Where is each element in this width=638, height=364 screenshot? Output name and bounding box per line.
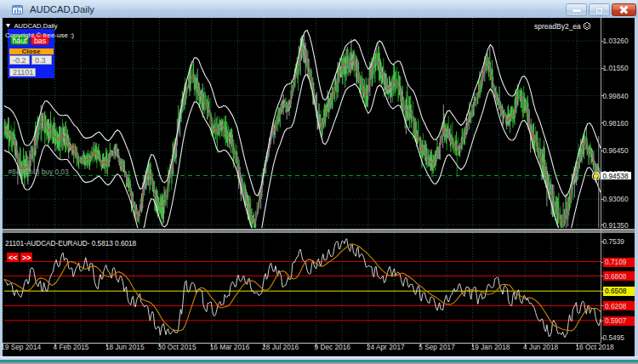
svg-text:0.7109: 0.7109 bbox=[605, 258, 627, 266]
svg-text:5 Sep 2017: 5 Sep 2017 bbox=[419, 343, 455, 351]
svg-text:0.94538: 0.94538 bbox=[603, 172, 629, 180]
svg-text:24 Apr 2017: 24 Apr 2017 bbox=[367, 343, 405, 351]
svg-text:spreadBy2_ea: spreadBy2_ea bbox=[534, 22, 581, 31]
svg-text:0.6808: 0.6808 bbox=[605, 272, 627, 281]
svg-text:21101-AUDCAD-EURAUD- 0.5813 0.: 21101-AUDCAD-EURAUD- 0.5813 0.6018 bbox=[5, 240, 137, 247]
svg-text:16 Oct 2018: 16 Oct 2018 bbox=[576, 343, 615, 351]
svg-text:1.03260: 1.03260 bbox=[603, 37, 629, 45]
svg-text:>>: >> bbox=[22, 253, 31, 262]
svg-text:1.01550: 1.01550 bbox=[603, 64, 629, 72]
svg-text:0.99840: 0.99840 bbox=[603, 92, 629, 100]
svg-text:18 Jun 2015: 18 Jun 2015 bbox=[105, 343, 145, 351]
svg-text:0.98160: 0.98160 bbox=[603, 119, 629, 128]
svg-text:0.96450: 0.96450 bbox=[603, 146, 629, 155]
svg-text:0.5495: 0.5495 bbox=[603, 333, 625, 342]
svg-text:0.93060: 0.93060 bbox=[603, 195, 629, 203]
svg-text:28 Jul 2016: 28 Jul 2016 bbox=[262, 343, 299, 351]
svg-text:<<: << bbox=[9, 253, 18, 262]
svg-text:9 Dec 2016: 9 Dec 2016 bbox=[315, 343, 351, 351]
svg-text:0.6208: 0.6208 bbox=[605, 302, 627, 310]
svg-text:4 Feb 2015: 4 Feb 2015 bbox=[54, 343, 89, 351]
svg-text:19 Jan 2018: 19 Jan 2018 bbox=[471, 343, 510, 351]
svg-text:0.7539: 0.7539 bbox=[603, 237, 625, 246]
svg-text:#8495343 buy 0.03: #8495343 buy 0.03 bbox=[9, 168, 69, 176]
svg-text:19 Sep 2014: 19 Sep 2014 bbox=[1, 343, 41, 351]
svg-text:4 Jun 2018: 4 Jun 2018 bbox=[523, 343, 558, 351]
svg-text:0.91350: 0.91350 bbox=[603, 221, 629, 230]
svg-text:16 Mar 2016: 16 Mar 2016 bbox=[210, 343, 250, 351]
svg-text:30 Oct 2015: 30 Oct 2015 bbox=[157, 343, 197, 351]
svg-text:0.6508: 0.6508 bbox=[605, 287, 627, 295]
svg-text:0.5907: 0.5907 bbox=[605, 316, 627, 325]
